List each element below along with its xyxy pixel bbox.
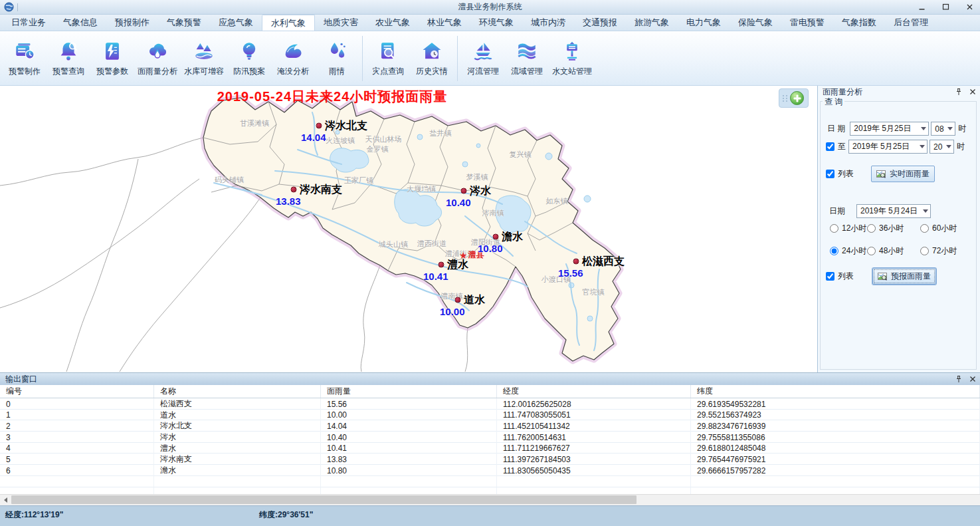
forecast-list-checkbox[interactable]	[826, 272, 834, 281]
duration-radio[interactable]: 48小时	[867, 245, 920, 257]
menu-item[interactable]: 雷电预警	[781, 15, 833, 31]
column-header[interactable]: 纬度	[691, 385, 980, 398]
town-label: 王家厂镇	[344, 176, 373, 186]
radio-input[interactable]	[830, 247, 838, 255]
forecast-rainfall-button[interactable]: 预报面雨量	[872, 268, 936, 285]
toolbar-button[interactable]: 预警查询	[48, 40, 89, 77]
menu-item[interactable]: 电力气象	[678, 15, 730, 31]
menu-item[interactable]: 环境气象	[470, 15, 522, 31]
station-marker[interactable]	[291, 187, 297, 193]
station-marker[interactable]	[316, 123, 322, 129]
menu-item[interactable]: 应急气象	[210, 15, 262, 31]
station-marker[interactable]	[455, 297, 461, 303]
duration-radio[interactable]: 60小时	[920, 223, 957, 234]
toolbar-button[interactable]: 雨情	[316, 40, 357, 77]
table-row[interactable]: 3涔水10.40111.7620051463129.7555811355086	[0, 432, 980, 443]
menu-item[interactable]: 旅游气象	[626, 15, 678, 31]
horizontal-scrollbar[interactable]	[0, 494, 980, 505]
duration-radio[interactable]: 72小时	[920, 245, 957, 257]
menu-item[interactable]: 气象指数	[833, 15, 885, 31]
table-row[interactable]: 4澧水10.41111.71121966762729.6188012485048	[0, 443, 980, 454]
station-marker[interactable]	[573, 259, 579, 265]
column-header[interactable]: 经度	[497, 385, 691, 398]
duration-radio[interactable]: 24小时	[830, 245, 867, 257]
window-maximize-button[interactable]	[941, 2, 951, 12]
table-cell: 松滋西支	[154, 398, 321, 410]
toolbar-group: 预警制作预警查询预警参数面雨量分析水库可增容防汛预案淹没分析雨情	[3, 40, 359, 77]
radio-input[interactable]	[920, 247, 929, 255]
realtime-rainfall-button[interactable]: 实时面雨量	[871, 166, 935, 182]
table-row[interactable]: 6澹水10.80111.83056505043529.6666157957282	[0, 465, 980, 476]
duration-radio[interactable]: 12小时	[830, 223, 867, 234]
close-icon[interactable]	[969, 375, 977, 383]
query-date-select[interactable]: 2019年 5月25日	[850, 122, 929, 136]
menu-item[interactable]: 后台管理	[885, 15, 937, 31]
forecast-date-select[interactable]: 2019年 5月24日	[856, 204, 931, 218]
menu-item[interactable]: 农业气象	[367, 15, 419, 31]
pin-icon[interactable]	[955, 88, 963, 96]
table-row[interactable]: 1道水10.00111.74708305505129.552156374923	[0, 410, 980, 421]
to-checkbox[interactable]	[826, 142, 834, 151]
scrollbar-thumb[interactable]	[11, 495, 637, 504]
zoom-in-button plus-icon[interactable]	[790, 91, 804, 105]
table-cell: 29.7555811355086	[691, 432, 980, 443]
radio-label: 48小时	[879, 245, 904, 257]
radio-input[interactable]	[867, 224, 876, 233]
radio-label: 72小时	[932, 245, 957, 257]
radio-input[interactable]	[867, 247, 876, 255]
toolbar-button[interactable]: 防汛预案	[229, 40, 270, 77]
table-row[interactable]: 2涔水北支14.04111.45210541134229.88234767169…	[0, 420, 980, 432]
toolbar-button[interactable]: 河流管理	[462, 40, 504, 77]
map-zoom-control[interactable]	[779, 88, 809, 108]
menu-item[interactable]: 林业气象	[419, 15, 470, 31]
map-area[interactable]: 2019-05-24日未来24小时预报面雨量 甘溪滩镇火连坡镇天供山林场金罗镇盐…	[0, 86, 817, 372]
menu-item[interactable]: 预报制作	[106, 15, 158, 31]
menu-item[interactable]: 气象预警	[158, 15, 210, 31]
station-marker[interactable]	[461, 188, 467, 194]
radio-input[interactable]	[830, 224, 838, 233]
menu-item[interactable]: 交通预报	[574, 15, 626, 31]
toolbar-button[interactable]: 历史灾情	[411, 40, 452, 77]
menu-item[interactable]: 城市内涝	[522, 15, 574, 31]
close-icon[interactable]	[969, 88, 977, 96]
menu-item[interactable]: 保险气象	[730, 15, 781, 31]
window-minimize-button[interactable]	[917, 2, 927, 12]
table-row[interactable]: 0松滋西支15.56112.00162562502829.61935495322…	[0, 398, 980, 410]
town-label: 码头铺镇	[215, 175, 244, 185]
window-close-button[interactable]	[965, 2, 975, 12]
toolbar-button[interactable]: 灾点查询	[367, 40, 409, 77]
toolbar-button[interactable]: 面雨量分析	[136, 40, 179, 77]
query-hour-select[interactable]: 08	[931, 122, 955, 136]
query-to-date-select[interactable]: 2019年 5月25日	[848, 140, 928, 154]
menu-item[interactable]: 日常业务	[3, 15, 54, 31]
list-checkbox[interactable]	[826, 170, 834, 178]
menu-item[interactable]: 水利气象	[262, 15, 315, 31]
toolbar-button[interactable]: 淹没分析	[272, 40, 314, 77]
disaster-search-icon	[377, 40, 399, 63]
pin-icon[interactable]	[955, 375, 963, 383]
toolbar-button[interactable]: 水文站管理	[550, 40, 594, 77]
station-marker[interactable]	[493, 234, 499, 240]
toolbar-button[interactable]: 预警参数	[92, 40, 133, 77]
window-controls	[917, 2, 975, 12]
station-marker[interactable]	[439, 262, 444, 268]
toolbar-button[interactable]: 预警制作	[4, 40, 45, 77]
radio-input[interactable]	[920, 224, 929, 233]
toolbar-button[interactable]: 水库可增容	[182, 40, 226, 77]
column-header[interactable]: 面雨量	[321, 385, 497, 398]
menu-item[interactable]: 气象信息	[54, 15, 106, 31]
table-cell: 111.711219667627	[497, 443, 691, 454]
map-canvas[interactable]	[0, 86, 817, 372]
menu-item[interactable]: 地质灾害	[315, 15, 367, 31]
query-to-hour-select[interactable]: 20	[930, 140, 954, 154]
town-label: 盐井镇	[430, 128, 452, 138]
table-row[interactable]: 5涔水南支13.83111.39726718450329.76544769759…	[0, 454, 980, 465]
table-cell-empty	[0, 476, 154, 487]
duration-radio[interactable]: 36小时	[867, 223, 920, 234]
column-header[interactable]: 编号	[0, 385, 154, 398]
station-name: 涔水南支	[300, 183, 342, 197]
column-header[interactable]: 名称	[154, 385, 321, 398]
disaster-history-icon	[421, 40, 443, 63]
scroll-left-arrow-icon[interactable]	[0, 495, 11, 505]
toolbar-button[interactable]: 流域管理	[506, 40, 547, 77]
